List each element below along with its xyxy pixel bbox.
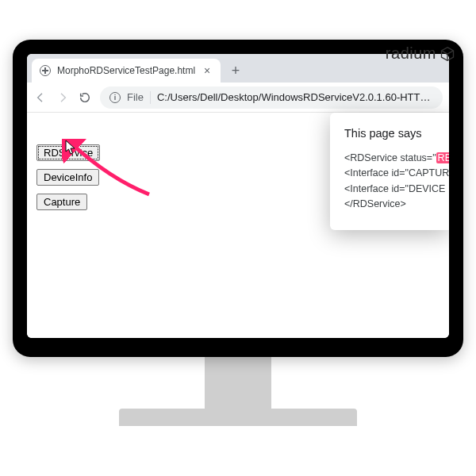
browser-window: MorphoRDServiceTestPage.html × + i File … (27, 54, 449, 338)
tab-title: MorphoRDServiceTestPage.html (57, 65, 195, 76)
address-bar[interactable]: i File C:/Users/Dell/Desktop/WindowsRDSe… (100, 86, 443, 109)
alert-body: <RDService status="RE <Interface id="CAP… (344, 151, 438, 213)
alert-line-2: <Interface id="CAPTUR (344, 166, 438, 181)
rdservice-button[interactable]: RDService (36, 144, 100, 161)
forward-icon[interactable] (56, 90, 70, 105)
brand-watermark: radium (386, 44, 455, 63)
monitor-bezel: MorphoRDServiceTestPage.html × + i File … (13, 40, 463, 357)
back-icon[interactable] (33, 90, 48, 105)
url-scheme-label: File (127, 91, 144, 103)
globe-icon (40, 65, 51, 76)
close-tab-icon[interactable]: × (202, 65, 213, 76)
alert-line-3: <Interface id="DEVICE (344, 182, 438, 197)
alert-line-1-text: <RDService status=" (344, 152, 436, 163)
deviceinfo-button[interactable]: DeviceInfo (36, 169, 99, 186)
url-text: C:/Users/Dell/Desktop/WindowsRDServiceV2… (157, 91, 433, 103)
brand-name: radium (386, 44, 436, 63)
reload-icon[interactable] (78, 90, 92, 105)
cube-icon (440, 46, 455, 62)
alert-line-1: <RDService status="RE (344, 151, 438, 166)
monitor-stand-base (119, 409, 357, 426)
monitor-stand-neck (205, 355, 271, 411)
browser-toolbar: i File C:/Users/Dell/Desktop/WindowsRDSe… (27, 83, 449, 113)
browser-tab-active[interactable]: MorphoRDServiceTestPage.html × (32, 59, 221, 83)
omnibox-divider (150, 91, 151, 104)
new-tab-button[interactable]: + (225, 60, 246, 81)
alert-line-4: </RDService> (344, 197, 438, 212)
javascript-alert-dialog: This page says <RDService status="RE <In… (330, 113, 449, 230)
info-icon: i (109, 92, 121, 103)
alert-title: This page says (344, 127, 438, 140)
capture-button[interactable]: Capture (36, 194, 87, 210)
alert-highlight: RE (436, 152, 449, 163)
